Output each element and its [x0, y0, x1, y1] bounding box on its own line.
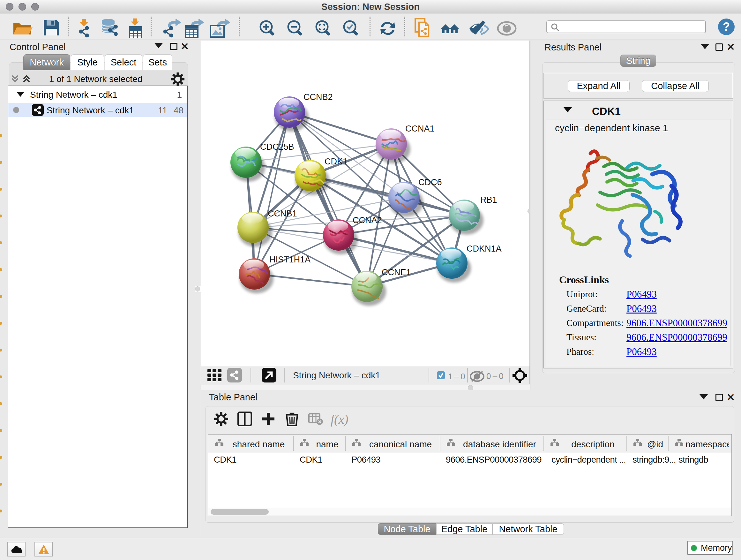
svg-text:CCNA1: CCNA1	[405, 124, 434, 133]
svg-text:CDKN1A: CDKN1A	[467, 244, 502, 253]
svg-text:?: ?	[723, 20, 730, 33]
svg-text:CCNA2: CCNA2	[353, 215, 382, 225]
svg-text:RB1: RB1	[480, 195, 497, 205]
svg-text:CCNB2: CCNB2	[304, 92, 333, 102]
svg-text:CDC6: CDC6	[418, 178, 442, 187]
svg-text:CDC25B: CDC25B	[260, 142, 294, 152]
svg-text:HIST1H1A: HIST1H1A	[269, 255, 311, 264]
svg-text:CCNE1: CCNE1	[382, 267, 411, 277]
svg-text:CCNB1: CCNB1	[268, 209, 297, 219]
svg-text:CDK1: CDK1	[325, 157, 347, 166]
